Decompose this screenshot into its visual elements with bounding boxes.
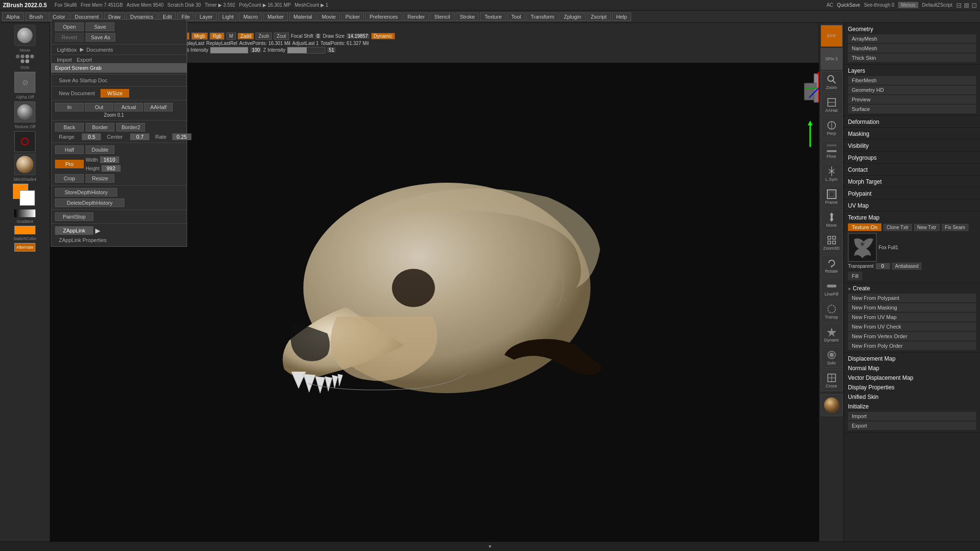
- fiber-mesh-btn[interactable]: FiberMesh: [848, 76, 976, 85]
- focal-shift-value[interactable]: 0: [315, 33, 321, 39]
- resize-btn[interactable]: Resize: [86, 174, 114, 183]
- vector-disp-title[interactable]: Vector Displacement Map: [848, 373, 976, 382]
- range-value[interactable]: 0.5: [82, 133, 101, 140]
- rs-lsym[interactable]: L.Sym: [821, 163, 843, 185]
- revert-btn[interactable]: Revert: [55, 33, 84, 42]
- draw-size-value[interactable]: 14.19857: [346, 33, 369, 39]
- alternate-btn[interactable]: Alternate: [14, 243, 35, 252]
- rgb-intensity-value[interactable]: 100: [250, 47, 261, 53]
- new-txtr-btn[interactable]: New Txtr: [914, 224, 940, 231]
- rgb-intensity-slider[interactable]: [210, 47, 248, 54]
- rs-croze[interactable]: Croze: [821, 369, 843, 391]
- rs-perp[interactable]: Perp: [821, 117, 843, 139]
- rs-bpr[interactable]: BPR: [821, 25, 843, 47]
- param-zsub[interactable]: Zsub: [256, 33, 272, 40]
- menu-marker[interactable]: Marker: [263, 12, 288, 21]
- texture-map-title[interactable]: Texture Map: [848, 212, 976, 222]
- menu-preferences[interactable]: Preferences: [365, 12, 402, 21]
- alpha-off-btn[interactable]: ⊘: [14, 72, 35, 93]
- deformation-title[interactable]: Deformation: [848, 117, 976, 126]
- menu-zscript[interactable]: Zscript: [587, 12, 611, 21]
- menu-layer[interactable]: Layer: [195, 12, 217, 21]
- menu-help[interactable]: Help: [612, 12, 632, 21]
- texture-on-btn[interactable]: Texture On: [848, 223, 881, 231]
- polypaint-title[interactable]: Polypaint: [848, 188, 976, 198]
- param-mrgb[interactable]: Mrgb: [191, 33, 208, 40]
- pro-btn[interactable]: Pro: [55, 160, 84, 168]
- menu-tool[interactable]: Tool: [507, 12, 525, 21]
- default-zscript[interactable]: DefaultZScript: [922, 2, 952, 8]
- new-from-masking-btn[interactable]: New From Masking: [848, 303, 976, 312]
- dynamic-btn[interactable]: Dynamic: [371, 33, 395, 39]
- layers-title[interactable]: Layers: [848, 66, 976, 75]
- normal-map-title[interactable]: Normal Map: [848, 363, 976, 373]
- zoom-actual-btn[interactable]: Actual: [114, 103, 143, 111]
- rate-value[interactable]: 0.25: [172, 133, 191, 140]
- nano-mesh-btn[interactable]: NanoMesh: [848, 44, 976, 53]
- new-from-vertex-order-btn[interactable]: New From Vertex Order: [848, 332, 976, 341]
- zoom-in-btn[interactable]: In: [55, 103, 84, 111]
- display-props-title[interactable]: Display Properties: [848, 382, 976, 392]
- displacement-map-title[interactable]: Displacement Map: [848, 353, 976, 363]
- new-from-uv-check-btn[interactable]: New From UV Check: [848, 322, 976, 331]
- rs-move[interactable]: Move: [821, 209, 843, 231]
- quick-save[interactable]: QuickSave: [837, 2, 860, 8]
- polygroups-title[interactable]: Polygroups: [848, 153, 976, 162]
- delete-depth-btn[interactable]: DeleteDepthHistory: [55, 198, 124, 207]
- zoom-aahalf-btn[interactable]: AAHalf: [144, 103, 173, 111]
- gradient-bar[interactable]: [14, 209, 35, 217]
- contact-title[interactable]: Contact: [848, 165, 976, 174]
- zapplink-btn[interactable]: ZAppLink: [55, 226, 93, 235]
- menu-render[interactable]: Render: [403, 12, 429, 21]
- new-from-uv-map-btn[interactable]: New From UV Map: [848, 313, 976, 321]
- crop-btn[interactable]: Crop: [55, 174, 84, 183]
- menus-btn[interactable]: Menus: [898, 2, 918, 8]
- fill-btn[interactable]: Fill: [848, 272, 862, 280]
- rs-solo[interactable]: Solo: [821, 346, 843, 368]
- new-document-label[interactable]: New Document: [55, 90, 99, 97]
- geometry-title[interactable]: Geometry: [848, 24, 976, 33]
- rs-linepill[interactable]: LinePill: [821, 277, 843, 299]
- wsize-btn[interactable]: WSize: [100, 89, 129, 98]
- rs-bone-material[interactable]: [821, 394, 843, 416]
- dots-brush[interactable]: [14, 55, 35, 63]
- initialize-title[interactable]: Initialize: [848, 401, 976, 411]
- see-through[interactable]: See-through 0: [864, 2, 894, 8]
- fix-seam-btn[interactable]: Fix Seam: [942, 224, 969, 231]
- menu-picker[interactable]: Picker: [341, 12, 365, 21]
- store-depth-btn[interactable]: StoreDepthHistory: [55, 188, 117, 197]
- save-btn[interactable]: Save: [86, 22, 114, 31]
- param-zcut[interactable]: Zcut: [274, 33, 289, 40]
- border-btn[interactable]: Border: [86, 123, 114, 132]
- rs-transp[interactable]: Transp: [821, 300, 843, 322]
- param-rgb[interactable]: Rgb: [210, 33, 224, 40]
- antialiased-btn[interactable]: Antialiased: [892, 263, 922, 270]
- menu-zplugin[interactable]: Zplugin: [559, 12, 585, 21]
- texture-preview-img[interactable]: [848, 233, 877, 262]
- thick-skin-btn[interactable]: Thick Skin: [848, 54, 976, 62]
- documents-link[interactable]: Documents: [85, 47, 115, 53]
- zapplink-arrow-icon[interactable]: ▶: [95, 227, 100, 234]
- back-btn[interactable]: Back: [55, 123, 84, 132]
- open-btn[interactable]: Open: [55, 22, 84, 31]
- menu-alpha[interactable]: Alpha: [2, 12, 24, 21]
- new-from-polypaint-btn[interactable]: New From Polypaint: [848, 294, 976, 302]
- texture-off-btn[interactable]: [14, 101, 35, 122]
- lightbox-link[interactable]: Lightbox: [55, 47, 79, 53]
- menu-stencil[interactable]: Stencil: [430, 12, 455, 21]
- rs-aahat[interactable]: AAHat: [821, 94, 843, 116]
- save-startup-label[interactable]: Save As Startup Doc: [55, 77, 111, 84]
- brush-preview[interactable]: [14, 25, 35, 46]
- clone-txtr-btn[interactable]: Clone Txtr: [883, 224, 912, 231]
- rs-zoom3d[interactable]: Zoom3D: [821, 231, 843, 253]
- menu-material[interactable]: Material: [289, 12, 316, 21]
- menu-light[interactable]: Light: [218, 12, 238, 21]
- rs-zoom[interactable]: Zoom: [821, 71, 843, 93]
- rs-spix[interactable]: SPix 3: [821, 48, 843, 70]
- array-mesh-btn[interactable]: ArrayMesh: [848, 34, 976, 43]
- visibility-title[interactable]: Visibility: [848, 141, 976, 150]
- masking-title[interactable]: Masking: [848, 129, 976, 138]
- menu-brush[interactable]: Brush: [25, 12, 47, 21]
- switch-color[interactable]: [14, 226, 35, 234]
- unified-skin-title[interactable]: Unified Skin: [848, 392, 976, 401]
